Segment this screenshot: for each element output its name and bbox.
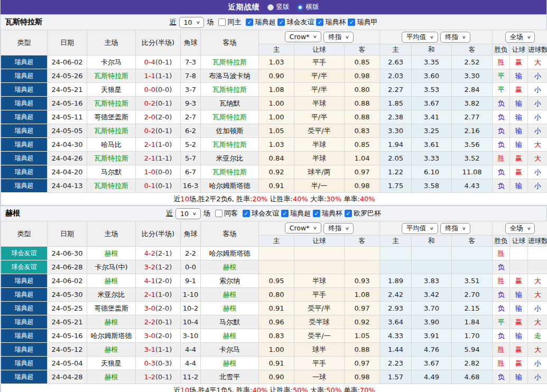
- same-venue-filter[interactable]: 同主: [218, 17, 241, 27]
- checkbox-checked-icon[interactable]: ✓: [313, 210, 320, 217]
- checkbox-checked-icon[interactable]: ✓: [281, 210, 289, 217]
- layout-radio-vertical[interactable]: 竖版: [267, 3, 290, 12]
- league-link[interactable]: 瑞典超: [15, 277, 34, 284]
- avg-source-select[interactable]: 平均值∨: [402, 32, 438, 43]
- home-team-link[interactable]: 瓦斯特拉斯: [94, 154, 128, 162]
- home-team-link[interactable]: 马尔默: [101, 168, 122, 176]
- checkbox-checked-icon[interactable]: ✓: [316, 18, 323, 26]
- away-team-link[interactable]: 瓦斯特拉斯: [212, 58, 247, 66]
- away-team-link[interactable]: 赫根: [223, 263, 237, 271]
- home-team-link[interactable]: 卡尔马(中): [95, 263, 127, 271]
- home-team-link[interactable]: 卡尔马: [101, 58, 122, 66]
- checkbox-checked-icon[interactable]: ✓: [243, 210, 250, 217]
- crow-final-select[interactable]: 终指∨: [323, 32, 354, 43]
- league-filter-item[interactable]: ✓ 瑞典杯: [316, 17, 346, 27]
- away-team-link[interactable]: 瓦斯特拉斯: [212, 86, 247, 94]
- league-link[interactable]: 瑞典超: [15, 141, 34, 148]
- league-filter-item[interactable]: ✓ 瑞典超: [281, 209, 311, 218]
- near-link[interactable]: 近: [170, 17, 177, 27]
- away-team-link[interactable]: 瓦斯特拉斯: [212, 141, 247, 148]
- match-count-select[interactable]: 10 ∨: [175, 208, 201, 219]
- match-count-select[interactable]: 10 ∨: [179, 17, 205, 28]
- home-team-link[interactable]: 瓦斯特拉斯: [94, 127, 128, 135]
- radio-selected-icon[interactable]: [297, 4, 303, 11]
- league-link[interactable]: 瑞典超: [15, 113, 34, 120]
- checkbox-checked-icon[interactable]: ✓: [246, 18, 253, 26]
- layout-radio-horizontal[interactable]: 横版: [297, 3, 319, 12]
- away-team-link[interactable]: 布洛马波卡纳: [209, 72, 251, 80]
- home-team-link[interactable]: 赫根: [105, 249, 118, 257]
- league-link[interactable]: 瑞典超: [15, 154, 34, 162]
- crow-company-select[interactable]: Crow*∨: [285, 31, 322, 42]
- league-link[interactable]: 瑞典超: [15, 304, 34, 312]
- league-link[interactable]: 瑞典超: [15, 168, 34, 175]
- home-team-link[interactable]: 哥德堡盖斯: [94, 113, 128, 121]
- home-team-link[interactable]: 天狼星: [101, 359, 122, 367]
- near-link[interactable]: 近: [166, 209, 173, 218]
- away-team-link[interactable]: 米亚尔比: [216, 154, 244, 162]
- league-filter-item[interactable]: ✓ 球会友谊: [243, 209, 279, 218]
- home-team-link[interactable]: 瓦斯特拉斯: [94, 72, 128, 80]
- league-filter-label[interactable]: 瑞典杯: [325, 17, 346, 27]
- radio-unselected-icon[interactable]: [267, 4, 274, 11]
- home-team-link[interactable]: 瓦斯特拉斯: [94, 99, 128, 107]
- league-filter-label[interactable]: 瑞典超: [290, 209, 311, 218]
- home-team-link[interactable]: 米亚尔比: [98, 291, 125, 298]
- crow-company-select[interactable]: Crow*∨: [285, 222, 322, 234]
- crow-final-select[interactable]: 终指∨: [323, 223, 354, 234]
- league-filter-label[interactable]: 欧罗巴杯: [354, 209, 381, 218]
- away-team-link[interactable]: 赫根: [223, 359, 237, 367]
- away-team-link[interactable]: 哈尔姆斯塔德: [209, 182, 251, 190]
- league-filter-item[interactable]: ✓ 欧罗巴杯: [345, 209, 381, 218]
- home-team-link[interactable]: 瓦斯特拉斯: [94, 182, 128, 190]
- away-team-link[interactable]: 瓦斯特拉斯: [212, 113, 247, 121]
- away-team-link[interactable]: 赫根: [223, 291, 237, 298]
- checkbox-checked-icon[interactable]: ✓: [345, 210, 352, 217]
- away-team-link[interactable]: 哈尔姆斯塔德: [209, 249, 251, 257]
- avg-final-select[interactable]: 终指∨: [440, 32, 470, 43]
- scope-select[interactable]: 全场∨: [505, 223, 535, 234]
- away-team-link[interactable]: 赫根: [223, 332, 237, 340]
- league-link[interactable]: 瑞典超: [15, 182, 34, 189]
- league-filter-label[interactable]: 瑞典杯: [322, 209, 342, 218]
- league-link[interactable]: 瑞典超: [15, 58, 34, 66]
- away-team-link[interactable]: 佐加顿斯: [216, 127, 244, 135]
- away-team-link[interactable]: 赫根: [223, 304, 237, 312]
- checkbox-unchecked-icon[interactable]: [218, 18, 226, 26]
- same-venue-filter[interactable]: 同客: [215, 209, 238, 218]
- away-team-link[interactable]: 卡尔马: [219, 346, 240, 353]
- league-link[interactable]: 瑞典超: [15, 99, 34, 107]
- league-link[interactable]: 瑞典超: [15, 373, 34, 380]
- league-filter-item[interactable]: ✓ 瑞典甲: [348, 17, 377, 27]
- league-link[interactable]: 球会友谊: [12, 249, 37, 257]
- league-filter-item[interactable]: ✓ 瑞典杯: [313, 209, 342, 218]
- league-filter-item[interactable]: ✓ 球会友谊: [277, 17, 314, 27]
- league-link[interactable]: 瑞典超: [15, 86, 34, 93]
- away-team-link[interactable]: 瓦纳默: [219, 99, 240, 107]
- home-team-link[interactable]: 赫根: [105, 373, 118, 381]
- away-team-link[interactable]: 北雪平: [219, 373, 240, 381]
- league-filter-item[interactable]: ✓ 瑞典超: [246, 17, 275, 27]
- checkbox-unchecked-icon[interactable]: [215, 210, 222, 217]
- away-team-link[interactable]: 索尔纳: [219, 277, 240, 285]
- league-filter-label[interactable]: 球会友谊: [252, 209, 279, 218]
- home-team-link[interactable]: 哈马比: [101, 141, 122, 148]
- away-team-link[interactable]: 瓦斯特拉斯: [212, 168, 247, 176]
- home-team-link[interactable]: 赫根: [105, 346, 118, 353]
- checkbox-checked-icon[interactable]: ✓: [348, 18, 355, 26]
- league-link[interactable]: 球会友谊: [12, 263, 37, 270]
- league-link[interactable]: 瑞典超: [15, 346, 34, 353]
- league-link[interactable]: 瑞典超: [15, 291, 34, 298]
- avg-source-select[interactable]: 平均值∨: [402, 223, 438, 234]
- home-team-link[interactable]: 赫根: [105, 318, 118, 326]
- home-team-link[interactable]: 天狼星: [101, 86, 122, 94]
- avg-final-select[interactable]: 终指∨: [440, 223, 470, 234]
- league-link[interactable]: 瑞典超: [15, 318, 34, 325]
- league-link[interactable]: 瑞典超: [15, 359, 34, 367]
- home-team-link[interactable]: 哥德堡盖斯: [94, 304, 128, 312]
- checkbox-checked-icon[interactable]: ✓: [277, 18, 285, 26]
- home-team-link[interactable]: 哈尔姆斯塔德: [91, 332, 132, 340]
- league-link[interactable]: 瑞典超: [15, 127, 34, 134]
- league-filter-label[interactable]: 球会友谊: [286, 17, 314, 27]
- league-link[interactable]: 瑞典超: [15, 332, 34, 339]
